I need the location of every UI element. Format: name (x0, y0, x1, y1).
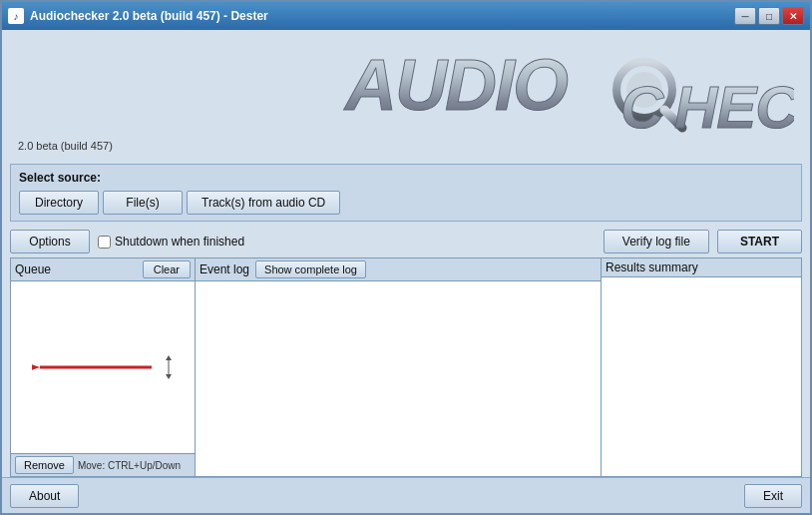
app-icon: ♪ (8, 8, 24, 24)
queue-arrow (32, 352, 174, 382)
clear-button[interactable]: Clear (143, 260, 191, 278)
logo-canvas: AUDIO HECKER C (18, 38, 794, 148)
event-log-content (196, 281, 601, 476)
results-panel: Results summary (602, 258, 801, 476)
options-row: Options Shutdown when finished Verify lo… (2, 226, 810, 258)
resize-cursor-icon (164, 355, 174, 379)
queue-header: Queue Clear (11, 258, 195, 281)
shutdown-checkbox-area: Shutdown when finished (98, 235, 596, 249)
event-header: Event log Show complete log (196, 258, 601, 281)
options-button[interactable]: Options (10, 230, 90, 254)
results-content (602, 277, 801, 476)
event-log-label: Event log (200, 262, 249, 276)
svg-text:AUDIO: AUDIO (343, 45, 568, 125)
close-button[interactable]: ✕ (782, 7, 804, 25)
version-text: 2.0 beta (build 457) (18, 140, 113, 152)
title-bar-controls: ─ □ ✕ (734, 7, 804, 25)
main-content: AUDIO HECKER C 2.0 beta (build 457) Sele… (2, 30, 810, 513)
select-source-label: Select source: (19, 171, 793, 185)
tracks-button[interactable]: Track(s) from audio CD (187, 191, 340, 215)
panels-area: LosslessClub Queue Clear (2, 258, 810, 477)
svg-text:HECKER: HECKER (674, 74, 794, 141)
move-label: Move: CTRL+Up/Down (78, 460, 181, 471)
exit-button[interactable]: Exit (744, 484, 802, 508)
shutdown-checkbox[interactable] (98, 236, 111, 249)
logo-area: AUDIO HECKER C 2.0 beta (build 457) (2, 30, 810, 160)
remove-button[interactable]: Remove (15, 456, 74, 474)
svg-text:C: C (620, 74, 665, 141)
queue-label: Queue (15, 262, 137, 276)
minimize-button[interactable]: ─ (734, 7, 756, 25)
bottom-bar: About Exit (2, 477, 810, 513)
svg-marker-9 (166, 355, 172, 360)
arrow-icon (32, 352, 162, 382)
svg-marker-10 (166, 374, 172, 379)
event-panel: Event log Show complete log (196, 258, 602, 476)
restore-button[interactable]: □ (758, 7, 780, 25)
title-bar: ♪ Audiochecker 2.0 beta (build 457) - De… (2, 2, 810, 30)
about-button[interactable]: About (10, 484, 79, 508)
directory-button[interactable]: Directory (19, 191, 99, 215)
source-buttons: Directory File(s) Track(s) from audio CD (19, 191, 793, 215)
results-label: Results summary (606, 260, 698, 274)
queue-panel: Queue Clear (11, 258, 196, 476)
queue-content (11, 281, 195, 453)
main-window: ♪ Audiochecker 2.0 beta (build 457) - De… (0, 0, 812, 515)
results-header: Results summary (602, 258, 801, 277)
start-button[interactable]: START (717, 230, 802, 254)
panels-container: Queue Clear (10, 258, 802, 477)
verify-log-button[interactable]: Verify log file (604, 230, 709, 254)
title-bar-text: Audiochecker 2.0 beta (build 457) - Dest… (30, 9, 734, 23)
logo-svg: AUDIO HECKER C (335, 38, 794, 148)
queue-footer: Remove Move: CTRL+Up/Down (11, 453, 195, 476)
files-button[interactable]: File(s) (103, 191, 183, 215)
show-complete-button[interactable]: Show complete log (255, 260, 366, 278)
select-source-section: Select source: Directory File(s) Track(s… (10, 164, 802, 222)
shutdown-label: Shutdown when finished (115, 235, 244, 249)
